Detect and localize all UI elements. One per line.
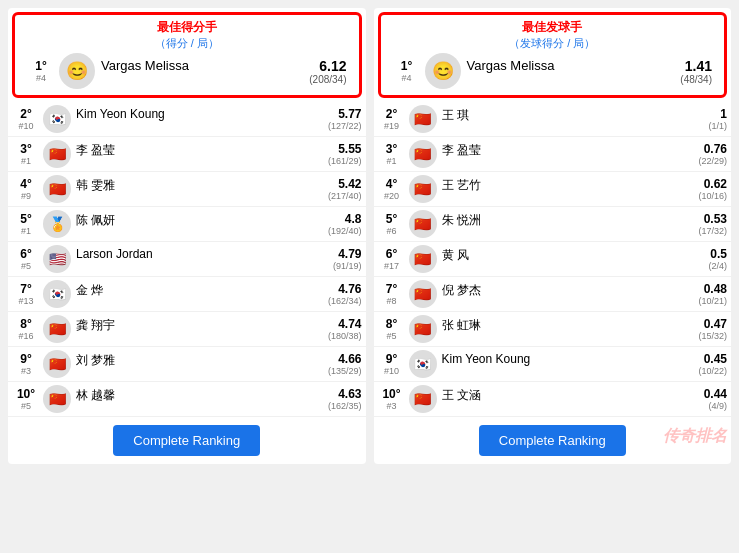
right-top-player-row: 1° #4 😊 Vargas Melissa 1.41 (48/34) <box>389 51 717 91</box>
score-main: 4.66 <box>328 352 362 366</box>
score-main: 5.77 <box>328 107 362 121</box>
row-scores: 4.66 (135/29) <box>328 352 362 376</box>
score-sub: (17/32) <box>698 226 727 236</box>
row-scores: 0.76 (22/29) <box>698 142 727 166</box>
right-top-rank: 1° #4 <box>393 59 421 83</box>
table-row: 5° #6 🇨🇳 朱 悦洲 0.53 (17/32) <box>374 207 732 242</box>
rank-hash: #5 <box>378 331 406 341</box>
rank-number: 3° <box>12 142 40 156</box>
row-scores: 5.55 (161/29) <box>328 142 362 166</box>
score-main: 4.74 <box>328 317 362 331</box>
row-scores: 1 (1/1) <box>708 107 727 131</box>
right-top-rank-num: 1° <box>393 59 421 73</box>
left-top-score-sub: (208/34) <box>309 74 346 85</box>
rank-hash: #16 <box>12 331 40 341</box>
rank-col: 5° #1 <box>12 212 40 236</box>
table-row: 3° #1 🇨🇳 李 盈莹 5.55 (161/29) <box>8 137 366 172</box>
rank-col: 10° #5 <box>12 387 40 411</box>
left-top-row-right: Vargas Melissa 6.12 (208/34) <box>101 58 347 85</box>
rank-number: 10° <box>12 387 40 401</box>
avatar: 🇨🇳 <box>409 105 437 133</box>
score-main: 0.47 <box>698 317 727 331</box>
avatar: 🇨🇳 <box>43 175 71 203</box>
row-right: 林 越馨 4.63 (162/35) <box>76 387 362 411</box>
player-name: 王 琪 <box>442 107 469 124</box>
table-row: 9° #10 🇰🇷 Kim Yeon Koung 0.45 (10/22) <box>374 347 732 382</box>
avatar: 🇨🇳 <box>43 385 71 413</box>
row-right: 王 琪 1 (1/1) <box>442 107 728 131</box>
left-subtitle: （得分 / 局） <box>23 36 351 51</box>
rank-number: 8° <box>12 317 40 331</box>
score-sub: (162/35) <box>328 401 362 411</box>
score-main: 0.44 <box>704 387 727 401</box>
row-right: 朱 悦洲 0.53 (17/32) <box>442 212 728 236</box>
avatar: 🇨🇳 <box>409 210 437 238</box>
score-sub: (10/22) <box>698 366 727 376</box>
right-panel: 最佳发球手 （发球得分 / 局） 1° #4 😊 Vargas Melissa … <box>374 8 732 464</box>
row-scores: 0.45 (10/22) <box>698 352 727 376</box>
avatar: 🇨🇳 <box>43 315 71 343</box>
rank-number: 10° <box>378 387 406 401</box>
score-main: 4.76 <box>328 282 362 296</box>
rank-col: 6° #17 <box>378 247 406 271</box>
rank-col: 3° #1 <box>378 142 406 166</box>
score-sub: (2/4) <box>708 261 727 271</box>
avatar: 🇨🇳 <box>43 140 71 168</box>
right-subtitle: （发球得分 / 局） <box>389 36 717 51</box>
row-scores: 4.79 (91/19) <box>333 247 362 271</box>
table-row: 6° #5 🇺🇸 Larson Jordan 4.79 (91/19) <box>8 242 366 277</box>
avatar: 🇨🇳 <box>409 315 437 343</box>
player-name: 张 虹琳 <box>442 317 481 334</box>
rank-hash: #1 <box>378 156 406 166</box>
avatar: 🇨🇳 <box>409 245 437 273</box>
rank-hash: #5 <box>12 261 40 271</box>
left-complete-ranking-button[interactable]: Complete Ranking <box>113 425 260 456</box>
table-row: 10° #3 🇨🇳 王 文涵 0.44 (4/9) <box>374 382 732 417</box>
player-name: 韩 雯雅 <box>76 177 115 194</box>
right-top-row-right: Vargas Melissa 1.41 (48/34) <box>467 58 713 85</box>
score-sub: (192/40) <box>328 226 362 236</box>
table-row: 3° #1 🇨🇳 李 盈莹 0.76 (22/29) <box>374 137 732 172</box>
rank-number: 8° <box>378 317 406 331</box>
table-row: 7° #13 🇰🇷 金 烨 4.76 (162/34) <box>8 277 366 312</box>
score-sub: (1/1) <box>708 121 727 131</box>
table-row: 4° #9 🇨🇳 韩 雯雅 5.42 (217/40) <box>8 172 366 207</box>
row-right: 李 盈莹 5.55 (161/29) <box>76 142 362 166</box>
left-top-scores: 6.12 (208/34) <box>309 58 346 85</box>
score-sub: (135/29) <box>328 366 362 376</box>
score-sub: (15/32) <box>698 331 727 341</box>
right-complete-ranking-button[interactable]: Complete Ranking <box>479 425 626 456</box>
left-top-name: Vargas Melissa <box>101 58 189 73</box>
score-sub: (22/29) <box>698 156 727 166</box>
score-sub: (10/16) <box>698 191 727 201</box>
avatar: 🇰🇷 <box>43 105 71 133</box>
row-scores: 5.42 (217/40) <box>328 177 362 201</box>
rank-hash: #13 <box>12 296 40 306</box>
left-ranking-list: 2° #10 🇰🇷 Kim Yeon Koung 5.77 (127/22) 3… <box>8 102 366 417</box>
row-scores: 4.74 (180/38) <box>328 317 362 341</box>
score-main: 5.55 <box>328 142 362 156</box>
left-panel-header: 最佳得分手 （得分 / 局） 1° #4 😊 Vargas Melissa 6.… <box>12 12 362 98</box>
score-main: 0.62 <box>698 177 727 191</box>
row-scores: 4.63 (162/35) <box>328 387 362 411</box>
score-main: 5.42 <box>328 177 362 191</box>
rank-col: 9° #3 <box>12 352 40 376</box>
left-top-score: 6.12 <box>309 58 346 74</box>
row-scores: 4.8 (192/40) <box>328 212 362 236</box>
score-main: 0.45 <box>698 352 727 366</box>
rank-col: 5° #6 <box>378 212 406 236</box>
table-row: 8° #16 🇨🇳 龚 翔宇 4.74 (180/38) <box>8 312 366 347</box>
player-name: 倪 梦杰 <box>442 282 481 299</box>
score-main: 4.8 <box>328 212 362 226</box>
player-name: 朱 悦洲 <box>442 212 481 229</box>
score-sub: (4/9) <box>704 401 727 411</box>
row-right: 张 虹琳 0.47 (15/32) <box>442 317 728 341</box>
player-name: 李 盈莹 <box>76 142 115 159</box>
player-name: Kim Yeon Koung <box>442 352 531 366</box>
table-row: 7° #8 🇨🇳 倪 梦杰 0.48 (10/21) <box>374 277 732 312</box>
rank-hash: #20 <box>378 191 406 201</box>
row-right: 黄 风 0.5 (2/4) <box>442 247 728 271</box>
avatar: 🇨🇳 <box>409 175 437 203</box>
score-main: 0.53 <box>698 212 727 226</box>
rank-col: 10° #3 <box>378 387 406 411</box>
